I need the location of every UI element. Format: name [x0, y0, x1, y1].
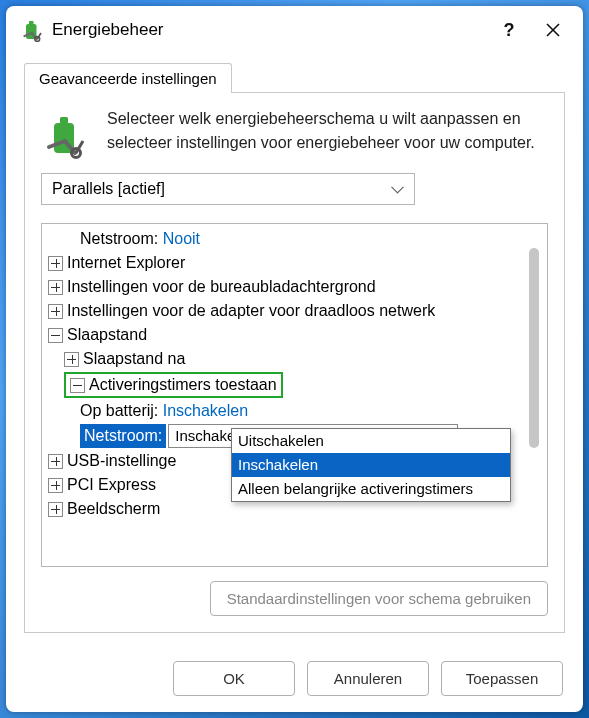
tree-item-desktop-bg[interactable]: Instellingen voor de bureaubladachtergro… [42, 275, 547, 299]
tree-label: Slaapstand na [83, 348, 185, 370]
scrollbar-thumb[interactable] [529, 248, 539, 448]
expand-icon[interactable] [48, 304, 63, 319]
cancel-button[interactable]: Annuleren [307, 661, 429, 696]
expand-icon[interactable] [48, 502, 63, 517]
tree-value[interactable]: Inschakelen [163, 400, 248, 422]
tree-item-wake-timers[interactable]: Activeringstimers toestaan [42, 371, 547, 399]
power-options-dialog: Energiebeheer ? Geavanceerde instellinge… [6, 6, 583, 712]
tree-item-ie[interactable]: Internet Explorer [42, 251, 547, 275]
dropdown-option-disable[interactable]: Uitschakelen [232, 429, 510, 453]
client-area: Geavanceerde instellingen Selecteer welk… [6, 54, 583, 647]
highlighted-item: Activeringstimers toestaan [64, 372, 283, 398]
tree-item-netstroom-never[interactable]: Netstroom: Nooit [42, 227, 547, 251]
close-icon [546, 23, 560, 37]
tree-item-on-battery[interactable]: Op batterij: Inschakelen [42, 399, 547, 423]
tab-page: Selecteer welk energiebeheerschema u wil… [24, 92, 565, 633]
expand-icon[interactable] [64, 352, 79, 367]
tree-label: Netstroom: [80, 228, 158, 250]
tree-item-sleep-after[interactable]: Slaapstand na [42, 347, 547, 371]
plan-selector-value: Parallels [actief] [52, 180, 165, 197]
defaults-row: Standaardinstellingen voor schema gebrui… [41, 567, 548, 616]
tree-label: Slaapstand [67, 324, 147, 346]
tree-label: Internet Explorer [67, 252, 185, 274]
tree-label: PCI Express [67, 474, 156, 496]
tree-label: Op batterij: [80, 400, 158, 422]
window-title: Energiebeheer [52, 20, 487, 40]
tree-label-selected: Netstroom: [80, 424, 166, 448]
dropdown-option-enable[interactable]: Inschakelen [232, 453, 510, 477]
settings-tree[interactable]: Netstroom: Nooit Internet Explorer Inste… [41, 223, 548, 567]
tree-label: Instellingen voor de bureaubladachtergro… [67, 276, 376, 298]
tree-label: USB-instellinge [67, 450, 176, 472]
apply-button[interactable]: Toepassen [441, 661, 563, 696]
wake-timer-dropdown[interactable]: Uitschakelen Inschakelen Alleen belangri… [231, 428, 511, 502]
power-plan-icon [41, 111, 89, 159]
collapse-icon[interactable] [48, 328, 63, 343]
tree-item-sleep[interactable]: Slaapstand [42, 323, 547, 347]
expand-icon[interactable] [48, 280, 63, 295]
expand-icon[interactable] [48, 454, 63, 469]
expand-icon[interactable] [48, 478, 63, 493]
help-button[interactable]: ? [487, 10, 531, 50]
plan-selector[interactable]: Parallels [actief] [41, 173, 415, 205]
dialog-button-row: OK Annuleren Toepassen [6, 647, 583, 712]
tree-label: Beeldscherm [67, 498, 160, 520]
intro-text: Selecteer welk energiebeheerschema u wil… [107, 107, 548, 155]
expand-icon[interactable] [48, 256, 63, 271]
tree-label: Instellingen voor de adapter voor draadl… [67, 300, 435, 322]
intro-row: Selecteer welk energiebeheerschema u wil… [41, 107, 548, 173]
tree-label: Activeringstimers toestaan [89, 374, 277, 396]
tab-advanced-settings[interactable]: Geavanceerde instellingen [24, 63, 232, 93]
tab-row: Geavanceerde instellingen [24, 58, 565, 92]
svg-rect-7 [60, 117, 68, 124]
titlebar: Energiebeheer ? [6, 6, 583, 54]
battery-icon [20, 18, 44, 42]
ok-button[interactable]: OK [173, 661, 295, 696]
close-button[interactable] [531, 10, 575, 50]
tree-item-wifi-adapter[interactable]: Instellingen voor de adapter voor draadl… [42, 299, 547, 323]
tree-value[interactable]: Nooit [163, 228, 200, 250]
restore-defaults-button[interactable]: Standaardinstellingen voor schema gebrui… [210, 581, 548, 616]
collapse-icon[interactable] [70, 378, 85, 393]
dropdown-option-important-only[interactable]: Alleen belangrijke activeringstimers [232, 477, 510, 501]
svg-rect-1 [29, 21, 34, 25]
